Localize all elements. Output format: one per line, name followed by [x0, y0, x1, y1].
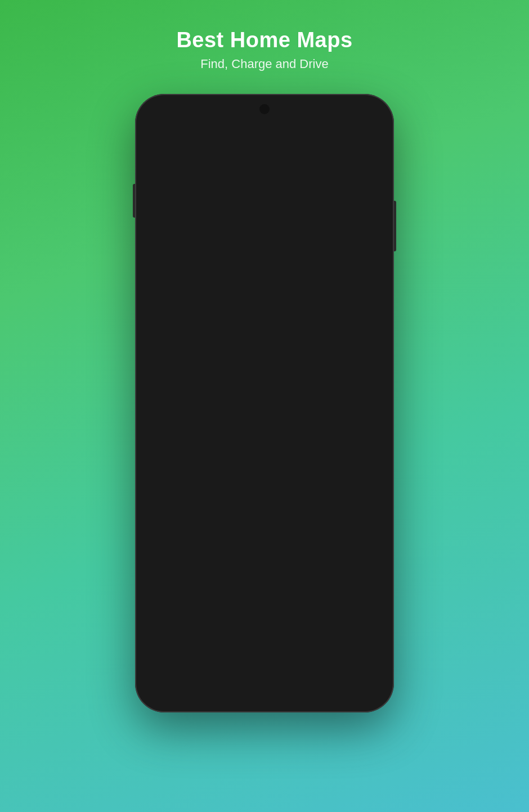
map-area[interactable]: OREGON NV ID TA Boise Salt Lake cramento… [143, 183, 386, 673]
svg-text:BAJA: BAJA [271, 593, 286, 599]
cluster-marker-6[interactable]: 6 [160, 368, 180, 389]
svg-text:Los Angeles: Los Angeles [229, 461, 260, 467]
book-icon [359, 243, 371, 255]
app-content: 🔍 Search Charging Station [143, 127, 386, 705]
filter-row: ⇅ Available AC DC Free M [143, 158, 386, 178]
map-flash-button[interactable] [352, 295, 378, 321]
hamburger-line-2 [156, 142, 166, 143]
svg-rect-9 [371, 145, 372, 147]
bar4 [344, 112, 346, 118]
locate-icon [360, 614, 372, 626]
qr-button[interactable] [357, 131, 379, 154]
battery-fill [362, 112, 371, 116]
battery-icon [361, 111, 374, 118]
hamburger-icon [156, 138, 166, 146]
network-type: 4G [349, 111, 356, 118]
svg-rect-58 [260, 685, 269, 694]
svg-point-50 [364, 619, 367, 622]
svg-text:LIFORNIA: LIFORNIA [305, 390, 331, 396]
ms-office-icon: ⊞ [327, 110, 333, 118]
svg-text:NV: NV [276, 340, 286, 348]
svg-text:ID: ID [314, 233, 321, 241]
svg-point-24 [313, 420, 316, 423]
nav-menu-icon [177, 684, 190, 694]
nav-home-button[interactable] [253, 678, 276, 701]
filter-ac[interactable]: AC [211, 160, 236, 174]
nav-back-icon [340, 684, 351, 695]
svg-rect-1 [364, 138, 366, 140]
header-section: Best Home Maps Find, Charge and Drive [176, 0, 352, 88]
cluster-marker-26[interactable]: 26 [328, 408, 352, 432]
search-row: 🔍 Search Charging Station [143, 127, 386, 158]
nav-menu-button[interactable] [172, 678, 195, 701]
svg-text:Boise: Boise [311, 273, 326, 279]
svg-rect-3 [370, 138, 372, 140]
svg-rect-8 [369, 146, 370, 147]
search-bar[interactable]: 🔍 Search Charging Station [177, 131, 352, 154]
bar2 [339, 114, 341, 118]
svg-text:OREGON: OREGON [185, 249, 216, 257]
phone-screen: 10:28 ⊞ 4G [143, 102, 386, 705]
map-list-button[interactable] [357, 268, 378, 290]
svg-marker-48 [361, 301, 369, 315]
status-time: 10:28 [155, 110, 174, 119]
bar3 [342, 113, 343, 118]
hamburger-line-1 [156, 138, 166, 139]
status-icons: ⊞ 4G [327, 110, 374, 118]
svg-point-30 [373, 464, 376, 467]
bottom-nav [143, 673, 386, 705]
svg-text:CALIFORNIA: CALIFORNIA [261, 601, 296, 607]
signal-bars [337, 111, 346, 118]
qr-icon [362, 137, 374, 148]
menu-button[interactable] [150, 131, 172, 154]
svg-text:ncisco: ncisco [143, 372, 153, 377]
search-icon: 🔍 [184, 137, 195, 147]
filter-more[interactable]: M [304, 160, 326, 174]
app-title: Best Home Maps [176, 28, 352, 52]
svg-rect-6 [369, 143, 371, 145]
svg-rect-5 [364, 145, 366, 146]
nav-back-button[interactable] [334, 678, 357, 701]
map-book-button[interactable] [352, 236, 378, 262]
app-subtitle: Find, Charge and Drive [176, 57, 352, 71]
hamburger-line-3 [156, 145, 166, 146]
status-bar: 10:28 ⊞ 4G [143, 102, 386, 127]
filter-dc[interactable]: DC [240, 160, 266, 174]
cluster-marker-394[interactable]: 394 [230, 395, 258, 423]
svg-point-28 [231, 499, 234, 502]
cluster-marker-71[interactable]: 71 [153, 306, 179, 332]
filter-free[interactable]: Free [270, 160, 301, 174]
list-icon [362, 275, 373, 283]
bar1 [337, 115, 338, 118]
google-watermark: Google [149, 631, 170, 638]
phone-mockup: 10:28 ⊞ 4G [135, 94, 394, 712]
filter-icon[interactable]: ⇅ [150, 161, 158, 173]
svg-marker-59 [343, 685, 348, 694]
nav-square-icon [259, 684, 270, 695]
svg-rect-7 [372, 143, 373, 145]
cluster-394-arc [230, 395, 262, 427]
search-placeholder: Search Charging Station [199, 138, 281, 147]
map-locate-button[interactable] [353, 608, 378, 633]
svg-text:San Jose: San Jose [174, 390, 198, 396]
svg-point-16 [306, 278, 310, 282]
svg-text:Phoeni: Phoeni [376, 459, 386, 465]
svg-rect-10 [372, 145, 373, 146]
flash-icon [359, 301, 371, 315]
svg-text:San Diego: San Diego [234, 493, 261, 499]
cluster-26-arc [327, 407, 356, 436]
filter-available[interactable]: Available [163, 160, 207, 174]
